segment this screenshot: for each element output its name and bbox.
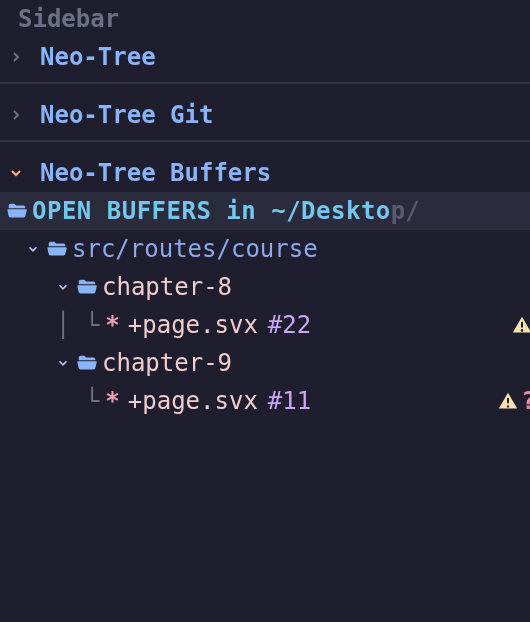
warning-icon bbox=[512, 315, 530, 335]
source-label: Neo-Tree Buffers bbox=[40, 154, 271, 192]
tree-guide: └ bbox=[56, 382, 99, 420]
tree-file[interactable]: │ └ * +page.svx #22 bbox=[0, 306, 530, 344]
chevron-down-icon bbox=[56, 356, 76, 370]
folder-open-icon bbox=[46, 238, 72, 260]
tree-dir-chapter-9[interactable]: chapter-9 bbox=[0, 344, 530, 382]
tree-file[interactable]: └ * +page.svx #11 ? bbox=[0, 382, 530, 420]
source-label: Neo-Tree bbox=[40, 38, 156, 76]
dir-label: chapter-8 bbox=[102, 268, 232, 306]
divider bbox=[0, 82, 530, 84]
chevron-right-icon bbox=[8, 107, 30, 123]
tree-dir-chapter-8[interactable]: chapter-8 bbox=[0, 268, 530, 306]
chevron-down-icon bbox=[26, 242, 46, 256]
sidebar-header: Sidebar bbox=[0, 0, 530, 38]
source-label: Neo-Tree Git bbox=[40, 96, 213, 134]
tree-root-label: src/routes/course bbox=[72, 230, 318, 268]
folder-open-icon bbox=[76, 352, 102, 374]
header-text: Sidebar bbox=[18, 0, 119, 38]
chevron-down-icon bbox=[56, 280, 76, 294]
chevron-down-icon bbox=[8, 165, 30, 181]
dir-label: chapter-9 bbox=[102, 344, 232, 382]
source-neo-tree[interactable]: Neo-Tree bbox=[0, 38, 530, 76]
chevron-right-icon bbox=[8, 49, 30, 65]
buffer-number: #11 bbox=[268, 382, 311, 420]
source-neo-tree-git[interactable]: Neo-Tree Git bbox=[0, 96, 530, 134]
tree-guide: │ └ bbox=[56, 306, 99, 344]
file-name: +page.svx bbox=[128, 382, 258, 420]
open-buffers-path: ~/Deskto bbox=[271, 192, 391, 230]
divider bbox=[0, 140, 530, 142]
modified-indicator: * bbox=[105, 382, 119, 420]
file-name: +page.svx bbox=[128, 306, 258, 344]
buffer-number: #22 bbox=[268, 306, 311, 344]
tree-root[interactable]: src/routes/course bbox=[0, 230, 530, 268]
folder-open-icon bbox=[76, 276, 102, 298]
open-buffers-row[interactable]: OPEN BUFFERS in ~/Desktop/ bbox=[0, 192, 530, 230]
git-untracked-icon: ? bbox=[522, 382, 530, 420]
warning-icon bbox=[498, 391, 520, 411]
open-buffers-title: OPEN BUFFERS in bbox=[32, 192, 271, 230]
folder-open-icon bbox=[6, 200, 32, 222]
open-buffers-cutoff: p/ bbox=[391, 192, 420, 230]
modified-indicator: * bbox=[105, 306, 119, 344]
source-neo-tree-buffers[interactable]: Neo-Tree Buffers bbox=[0, 154, 530, 192]
